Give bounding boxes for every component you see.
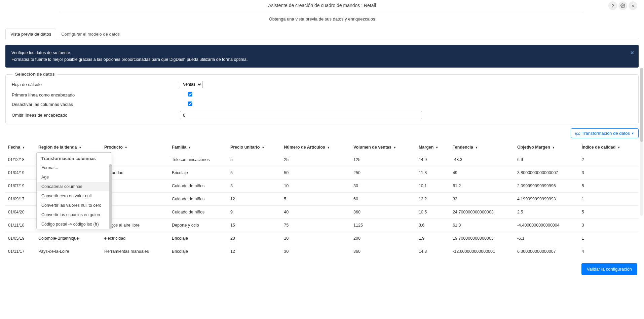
dropdown-item[interactable]: Código postal -> código iso (fr): [37, 220, 112, 229]
table-cell: 01/12/18: [5, 153, 36, 166]
table-cell: 01/04/20: [5, 206, 36, 219]
table-cell: Herramientas manuales: [102, 245, 169, 258]
table-cell: 6.300000000000007: [515, 245, 579, 258]
tab-model[interactable]: Configurar el modelo de datos: [56, 29, 125, 39]
chevron-down-icon: ▼: [79, 146, 82, 149]
scrollbar-thumb[interactable]: [640, 68, 643, 142]
table-cell: 24.700000000000003: [450, 206, 515, 219]
table-cell: 20: [228, 232, 281, 245]
table-cell: Cuidado de niños: [169, 206, 228, 219]
table-cell: 250: [351, 166, 416, 180]
sheet-select[interactable]: Ventas: [180, 81, 202, 88]
label-skip-header: Omitir líneas de encabezado: [12, 113, 180, 118]
dropdown-item[interactable]: Convertir los espacios en guion: [37, 210, 112, 220]
tab-preview[interactable]: Vista previa de datos: [5, 29, 56, 39]
dropdown-item[interactable]: Convertir cero en valor null: [37, 191, 112, 201]
fieldset-legend: Selección de datos: [12, 72, 58, 77]
gear-icon[interactable]: [618, 1, 627, 10]
table-cell: 2.099999999999996: [515, 180, 579, 193]
column-header[interactable]: Margen ▼: [416, 142, 450, 153]
transform-data-button[interactable]: f(x) Transformación de datos ▼: [571, 128, 639, 138]
table-cell: 10.5: [416, 206, 450, 219]
info-banner-line2: Formatea tu fuente lo mejor posible grac…: [11, 56, 633, 63]
table-cell: 01/09/17: [5, 193, 36, 206]
validate-button[interactable]: Validar la configuración: [581, 263, 637, 275]
column-header[interactable]: Región de la tienda ▼: [36, 142, 102, 153]
column-header[interactable]: Precio unitario ▼: [228, 142, 281, 153]
chevron-down-icon: ▼: [262, 146, 265, 149]
table-cell: -48.3: [450, 153, 515, 166]
column-header[interactable]: Número de Artículos ▼: [281, 142, 351, 153]
table-cell: 10: [281, 232, 351, 245]
disable-empty-checkbox[interactable]: [188, 102, 192, 106]
table-cell: 5: [579, 206, 639, 219]
table-cell: 360: [351, 206, 416, 219]
data-selection-fieldset: Selección de datos Hoja de cálculo Venta…: [5, 74, 639, 124]
table-cell: 5: [579, 180, 639, 193]
chevron-down-icon: ▼: [435, 146, 439, 149]
table-cell: 50: [281, 166, 351, 180]
table-cell: -4.4000000000000004: [515, 219, 579, 232]
table-cell: 12.2: [416, 193, 450, 206]
table-cell: 11.8: [416, 166, 450, 180]
column-header[interactable]: Objetivo Margen ▼: [515, 142, 579, 153]
label-sheet: Hoja de cálculo: [12, 82, 180, 87]
dropdown-item[interactable]: Format...: [37, 163, 112, 172]
chevron-down-icon: ▼: [631, 132, 634, 135]
header-actions: ?: [608, 1, 637, 10]
first-line-checkbox[interactable]: [188, 92, 192, 96]
table-cell: Bricolaje: [169, 232, 228, 245]
column-header[interactable]: Producto ▼: [102, 142, 169, 153]
dropdown-item[interactable]: Concatenar columnas: [37, 182, 112, 191]
table-cell: Pays-de-la-Loire: [36, 245, 102, 258]
column-header[interactable]: Tendencia ▼: [450, 142, 515, 153]
table-cell: 1: [579, 193, 639, 206]
table-cell: 19.700000000000003: [450, 232, 515, 245]
table-cell: 2: [579, 153, 639, 166]
dropdown-scrollbar[interactable]: [109, 164, 112, 229]
table-cell: 33: [450, 193, 515, 206]
chevron-down-icon: ▼: [552, 146, 555, 149]
table-cell: 01/11/18: [5, 219, 36, 232]
help-icon[interactable]: ?: [608, 1, 617, 10]
chevron-down-icon: ▼: [22, 146, 25, 149]
table-cell: 3.6: [416, 219, 450, 232]
table-cell: Bricolaje: [169, 166, 228, 180]
table-header-row: Fecha ▼Región de la tienda ▼Producto ▼Fa…: [5, 142, 639, 153]
row-skip-header: Omitir líneas de encabezado: [12, 111, 632, 119]
table-cell: 1: [579, 232, 639, 245]
transform-label: Transformación de datos: [582, 131, 630, 136]
table-cell: 1.9: [416, 232, 450, 245]
chevron-down-icon: ▼: [617, 146, 620, 149]
content-scrollbar[interactable]: [640, 68, 643, 216]
table-cell: 3: [579, 219, 639, 232]
column-header[interactable]: Volumen de ventas ▼: [351, 142, 416, 153]
data-table-wrap: Fecha ▼Región de la tienda ▼Producto ▼Fa…: [5, 142, 639, 258]
table-cell: 5: [281, 193, 351, 206]
table-cell: 10: [281, 180, 351, 193]
skip-header-input[interactable]: [180, 111, 422, 119]
label-first-line: Primera línea como encabezado: [12, 92, 180, 97]
table-cell: 40: [281, 206, 351, 219]
column-header[interactable]: Índice de calidad ▼: [579, 142, 639, 153]
dropdown-item[interactable]: Convertir las valores null to cero: [37, 201, 112, 210]
table-cell: 3: [579, 166, 639, 180]
dropdown-item[interactable]: Age: [37, 172, 112, 182]
table-cell: Bricolaje: [169, 245, 228, 258]
table-cell: 15: [228, 219, 281, 232]
table-cell: Cuidado de niños: [169, 193, 228, 206]
table-cell: 5: [228, 166, 281, 180]
table-cell: 3: [228, 180, 281, 193]
table-cell: Colombie-Britannique: [36, 232, 102, 245]
banner-close-icon[interactable]: ×: [630, 48, 634, 58]
table-cell: 01/04/19: [5, 166, 36, 180]
table-cell: 125: [351, 153, 416, 166]
table-cell: 25: [281, 153, 351, 166]
column-header[interactable]: Familia ▼: [169, 142, 228, 153]
label-disable-empty: Desactivar las columnas vacías: [12, 102, 180, 107]
close-icon[interactable]: [629, 1, 637, 10]
table-cell: 01/07/19: [5, 180, 36, 193]
column-header[interactable]: Fecha ▼: [5, 142, 36, 153]
table-cell: 75: [281, 219, 351, 232]
table-cell: electricidad: [102, 232, 169, 245]
